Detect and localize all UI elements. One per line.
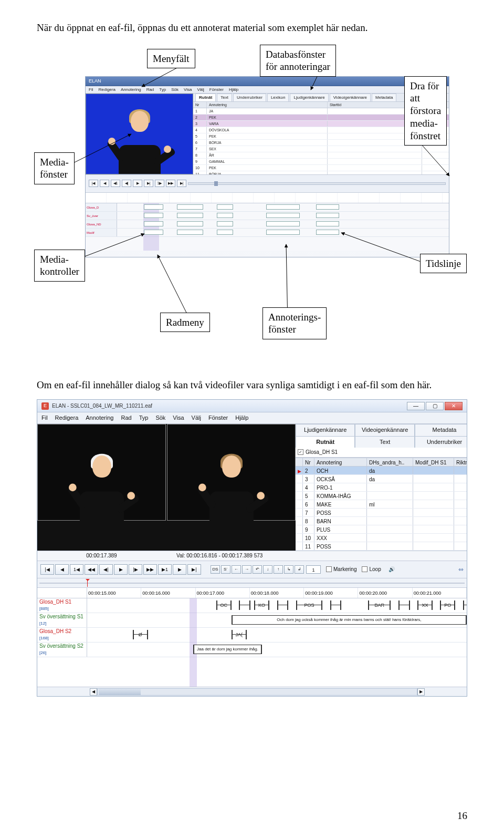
menu-bar[interactable]: FilRedigeraAnnoteringRadTypSökVisaVäljFö… — [86, 86, 449, 94]
table-row[interactable]: 6MAKEmlmun:man — [296, 500, 467, 509]
tab-metadata[interactable]: Metadata — [372, 94, 396, 101]
transport-button[interactable]: 1▶ — [155, 180, 164, 187]
transport-button[interactable]: 1◀ — [70, 564, 83, 575]
table-row[interactable]: 8ÅR — [193, 152, 449, 159]
transport-button[interactable]: ◀ — [100, 180, 109, 187]
tier-row[interactable]: Glosa_DH S1[885]OCKOPOSBARXXPOFÖRÄLD — [37, 598, 467, 613]
menu-rad[interactable]: Rad — [146, 87, 154, 92]
tier-dropdown[interactable]: ✓ Glosa_DH S1 ▾ — [296, 448, 467, 458]
table-row[interactable]: 7SEX — [193, 146, 449, 152]
transport-button[interactable]: ◀| — [122, 180, 131, 187]
menu-välj[interactable]: Välj — [197, 87, 204, 92]
rate-box[interactable]: 1 — [306, 565, 321, 574]
tab-text[interactable]: Text — [355, 436, 414, 448]
table-row[interactable]: ▶2OCHda — [296, 467, 467, 475]
scroll-right-button[interactable]: ▶ — [417, 688, 425, 696]
selection-button[interactable]: ↑ — [274, 565, 283, 574]
menu-hjälp[interactable]: Hjälp — [235, 414, 248, 422]
transport-button[interactable]: |◀ — [89, 180, 98, 187]
menu-fönster[interactable]: Fönster — [208, 414, 228, 422]
table-row[interactable]: 11BÖRJA — [193, 171, 449, 174]
selection-button[interactable]: ↳ — [284, 565, 293, 574]
table-row[interactable]: 4PRO-1 — [296, 483, 467, 492]
media-window[interactable] — [86, 94, 193, 174]
transport-button[interactable]: |▶ — [129, 564, 142, 575]
tab-metadata[interactable]: Metadata — [415, 424, 467, 436]
selection-button[interactable]: S´ — [221, 565, 230, 574]
video-pane-left[interactable] — [37, 424, 166, 521]
checkbox-icon[interactable] — [326, 566, 332, 572]
transport-button[interactable]: ▶ — [133, 180, 142, 187]
transport-button[interactable]: ▶| — [177, 180, 186, 187]
scroll-left-button[interactable]: ◀ — [90, 688, 97, 696]
menu-typ[interactable]: Typ — [159, 87, 166, 92]
transport-button[interactable]: ◀ — [55, 564, 69, 575]
tab-text[interactable]: Text — [217, 94, 232, 101]
transport-button[interactable]: ◀◀ — [85, 564, 98, 575]
transport-button[interactable]: ▶▶ — [143, 564, 157, 575]
table-row[interactable]: 9PLUS — [296, 525, 467, 534]
table-row[interactable]: 11POSS — [296, 542, 467, 551]
tab-videoigenkännare[interactable]: Videoigenkännare — [355, 424, 414, 436]
maximize-button[interactable]: ▢ — [426, 402, 444, 410]
selection-button[interactable]: → — [242, 565, 251, 574]
volume-icon[interactable]: 🔊 — [388, 566, 395, 573]
tab-row-2[interactable]: RutnätTextUnderrubrikerLexikon — [296, 436, 467, 448]
tab-row-1[interactable]: LjudigenkännareVideoigenkännareMetadataK… — [296, 424, 467, 436]
menu-visa[interactable]: Visa — [173, 414, 184, 422]
transport-button[interactable]: ▶▶ — [166, 180, 175, 187]
video-pane-right[interactable] — [167, 424, 296, 521]
tab-underrubriker[interactable]: Underrubriker — [415, 436, 467, 448]
table-row[interactable]: 7POSS — [296, 509, 467, 517]
checkbox-icon[interactable] — [362, 566, 368, 572]
menu-bar[interactable]: FilRedigeraAnnoteringRadTypSökVisaVäljFö… — [37, 412, 467, 424]
menu-annotering[interactable]: Annotering — [86, 414, 113, 422]
tier-row[interactable]: Glosa_DH S2[168]ØJA( — [37, 628, 467, 643]
tab-ljudigenkännare[interactable]: Ljudigenkännare — [296, 424, 355, 436]
stretch-icon[interactable]: ⇔ — [458, 565, 464, 574]
table-row[interactable]: 10PEK — [193, 165, 449, 171]
media-controls[interactable]: |◀◀◀1◀|▶▶|1▶▶▶▶| — [86, 175, 449, 193]
selection-button[interactable]: ↶ — [253, 565, 262, 574]
minimize-button[interactable]: — — [407, 402, 425, 410]
tab-rutnät[interactable]: Rutnät — [195, 94, 216, 101]
menu-hjälp[interactable]: Hjälp — [229, 87, 238, 92]
table-row[interactable]: 3OCKSÅda — [296, 475, 467, 483]
transport-button[interactable]: ▶| — [187, 564, 201, 575]
table-row[interactable]: 10XXX?tecken — [296, 534, 467, 542]
selection-button[interactable]: ↓ — [263, 565, 272, 574]
menu-välj[interactable]: Välj — [192, 414, 201, 422]
menu-annotering[interactable]: Annotering — [121, 87, 141, 92]
transport-button[interactable]: ▶ — [114, 564, 128, 575]
menu-fönster[interactable]: Fönster — [209, 87, 224, 92]
menu-sök[interactable]: Sök — [171, 87, 178, 92]
table-row[interactable]: 8BARN — [296, 517, 467, 525]
transport-button[interactable]: |◀ — [40, 564, 54, 575]
transport-button[interactable]: ▶ — [173, 564, 186, 575]
tab-underrubriker[interactable]: Underrubriker — [233, 94, 266, 101]
timeline[interactable]: 00:00:15.00000:00:16.00000:00:17.00000:0… — [37, 588, 467, 696]
transport-button[interactable]: ◀1 — [111, 180, 120, 187]
annotation-area[interactable]: Glosa_D Sv_över Glosa_ND Modif — [86, 203, 449, 251]
scrub-bar[interactable] — [37, 578, 467, 588]
tab-ljudigenkännare[interactable]: Ljudigenkännare — [290, 94, 328, 101]
tier-row[interactable]: Sv översättning S2[26]Jaa det är dom jag… — [37, 643, 467, 657]
transport-button[interactable]: ▶| — [144, 180, 153, 187]
table-row[interactable]: 5KOMMA-IHÅG — [296, 492, 467, 500]
selection-button[interactable]: ← — [232, 565, 241, 574]
selection-button[interactable]: ↲ — [295, 565, 304, 574]
tab-videoigenkännare[interactable]: Videoigenkännare — [330, 94, 371, 101]
close-button[interactable]: ✕ — [445, 402, 463, 410]
tab-lexikon[interactable]: Lexikon — [267, 94, 289, 101]
selection-button[interactable]: DS — [211, 565, 220, 574]
table-row[interactable]: 9GAMMAL — [193, 159, 449, 165]
transport-button[interactable]: ◀| — [99, 564, 113, 575]
transport-button[interactable]: ▶1 — [158, 564, 172, 575]
menu-typ[interactable]: Typ — [139, 414, 149, 422]
transport-bar[interactable]: |◀◀1◀◀◀◀|▶|▶▶▶▶1▶▶| DSS´←→↶↓↑↳↲ 1 Marker… — [37, 561, 467, 578]
menu-fil[interactable]: Fil — [41, 414, 48, 422]
annotation-grid[interactable]: NrAnnoteringDHs_andra_h..Modif_DH S1Rikt… — [296, 458, 467, 551]
menu-sök[interactable]: Sök — [155, 414, 165, 422]
menu-redigera[interactable]: Redigera — [98, 87, 115, 92]
checkbox-icon[interactable]: ✓ — [298, 449, 303, 455]
